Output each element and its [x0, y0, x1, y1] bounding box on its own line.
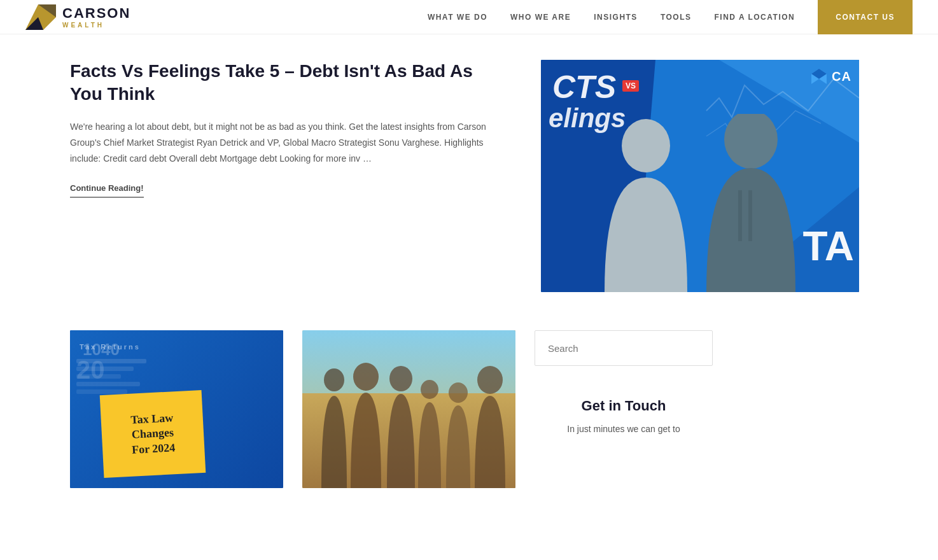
- svg-point-14: [353, 363, 379, 391]
- svg-point-15: [389, 366, 412, 391]
- image-cts-text: CTS: [552, 71, 616, 103]
- ca-text: CA: [832, 69, 851, 84]
- contact-button[interactable]: CONTACT US: [818, 0, 913, 34]
- main-nav: WHAT WE DO WHO WE ARE INSIGHTS TOOLS FIN…: [428, 0, 913, 34]
- svg-point-16: [421, 380, 438, 399]
- bottom-section: Tax Returns 1040 20 Tax LawChangesFor 20…: [0, 292, 938, 514]
- tax-card[interactable]: Tax Returns 1040 20 Tax LawChangesFor 20…: [70, 330, 283, 488]
- nav-tools[interactable]: TOOLS: [661, 13, 692, 22]
- svg-point-10: [724, 114, 778, 169]
- logo-icon: [25, 4, 56, 30]
- svg-point-13: [324, 368, 344, 391]
- svg-point-18: [477, 366, 503, 394]
- article-title: Facts Vs Feelings Take 5 – Debt Isn't As…: [70, 60, 503, 106]
- get-in-touch-text: In just minutes we can get to: [547, 422, 700, 436]
- get-in-touch-title: Get in Touch: [547, 398, 700, 414]
- family-card-inner: [302, 330, 515, 488]
- svg-rect-11: [738, 190, 742, 241]
- get-in-touch-section: Get in Touch In just minutes we can get …: [535, 385, 713, 449]
- logo[interactable]: CARSON WEALTH: [25, 4, 130, 30]
- logo-text: CARSON WEALTH: [62, 5, 130, 29]
- svg-point-9: [622, 119, 670, 172]
- main-content: Facts Vs Feelings Take 5 – Debt Isn't As…: [0, 34, 938, 292]
- logo-sub: WEALTH: [62, 22, 130, 29]
- nav-insights[interactable]: INSIGHTS: [594, 13, 638, 22]
- family-card[interactable]: [302, 330, 515, 488]
- tax-sticky-text: Tax LawChangesFor 2024: [130, 410, 176, 458]
- article-image: CTS VS elings CA TA: [541, 60, 859, 292]
- article-body: We're hearing a lot about debt, but it m…: [70, 119, 503, 167]
- svg-rect-12: [748, 190, 752, 241]
- people-silhouettes: [541, 114, 859, 292]
- logo-name: CARSON: [62, 5, 130, 22]
- ca-logo-area: CA: [810, 67, 851, 85]
- image-vs-badge: VS: [622, 80, 639, 92]
- nav-who-we-are[interactable]: WHO WE ARE: [510, 13, 571, 22]
- family-silhouettes: [302, 361, 515, 488]
- tax-sticky-note: Tax LawChangesFor 2024: [100, 390, 206, 478]
- ca-chevron-icon: [810, 67, 828, 85]
- continue-reading-link[interactable]: Continue Reading!: [70, 183, 144, 198]
- tax-card-inner: Tax Returns 1040 20 Tax LawChangesFor 20…: [70, 330, 283, 488]
- svg-point-17: [449, 382, 468, 403]
- sidebar: Get in Touch In just minutes we can get …: [535, 330, 713, 449]
- nav-find-location[interactable]: FIND A LOCATION: [715, 13, 795, 22]
- article-section: Facts Vs Feelings Take 5 – Debt Isn't As…: [70, 60, 503, 198]
- nav-what-we-do[interactable]: WHAT WE DO: [428, 13, 487, 22]
- header: CARSON WEALTH WHAT WE DO WHO WE ARE INSI…: [0, 0, 938, 34]
- search-input[interactable]: [535, 330, 713, 366]
